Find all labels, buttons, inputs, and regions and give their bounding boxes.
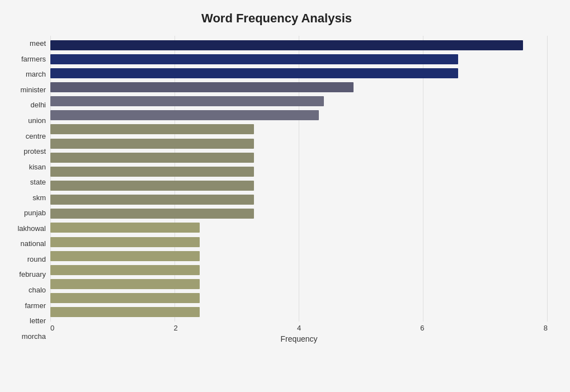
x-tick: 8 — [544, 324, 548, 332]
y-label: farmers — [21, 55, 46, 63]
bar-row — [50, 193, 548, 206]
bar-row — [50, 67, 548, 79]
bar — [50, 251, 200, 261]
y-label: skm — [32, 194, 46, 201]
bar — [50, 237, 200, 247]
bar — [50, 139, 254, 149]
chart-container: Word Frequency Analysis meetfarmersmarch… — [0, 0, 570, 392]
y-labels: meetfarmersmarchministerdelhiunioncentre… — [6, 36, 50, 344]
x-axis: 02468 Frequency — [50, 322, 548, 344]
bar — [50, 209, 254, 219]
x-tick: 0 — [50, 324, 54, 332]
bar — [50, 82, 354, 92]
y-label: national — [20, 240, 46, 247]
y-label: state — [30, 178, 46, 186]
y-label: morcha — [22, 333, 46, 340]
bar-row — [50, 250, 548, 262]
bar — [50, 307, 200, 317]
bar — [50, 265, 200, 275]
bars-and-xaxis: 02468 Frequency — [50, 36, 548, 344]
y-label: letter — [30, 317, 46, 324]
bars-grid — [50, 36, 548, 322]
bar-row — [50, 278, 548, 290]
y-label: february — [19, 271, 46, 278]
y-label: chalo — [29, 286, 46, 294]
y-label: delhi — [31, 101, 46, 108]
x-axis-label: Frequency — [50, 334, 548, 343]
y-label: lakhowal — [17, 225, 46, 232]
bar-row — [50, 166, 548, 178]
bar-row — [50, 152, 548, 164]
x-tick: 2 — [173, 324, 177, 332]
bar — [50, 96, 324, 106]
bar-row — [50, 81, 548, 93]
bar — [50, 181, 254, 191]
bar-row — [50, 39, 548, 51]
x-ticks: 02468 — [50, 322, 548, 332]
bar-row — [50, 123, 548, 135]
bar-row — [50, 292, 548, 304]
bar — [50, 68, 458, 78]
bar-row — [50, 180, 548, 192]
bar-row — [50, 264, 548, 276]
y-label: meet — [30, 40, 46, 47]
y-label: farmer — [25, 302, 46, 309]
bar — [50, 40, 523, 50]
bar — [50, 223, 200, 233]
y-label: minister — [20, 86, 46, 93]
y-label: protest — [23, 148, 46, 155]
y-label: union — [28, 117, 46, 124]
y-label: march — [26, 70, 46, 78]
bar — [50, 124, 254, 134]
chart-title: Word Frequency Analysis — [6, 11, 548, 26]
bar — [50, 167, 254, 177]
bar — [50, 110, 319, 120]
bar-row — [50, 221, 548, 234]
y-label: punjab — [24, 209, 46, 216]
bar-row — [50, 306, 548, 318]
y-label: centre — [26, 133, 46, 140]
x-tick: 6 — [420, 324, 424, 332]
bar — [50, 153, 254, 163]
bar-row — [50, 138, 548, 150]
chart-area: meetfarmersmarchministerdelhiunioncentre… — [6, 36, 548, 344]
bars-wrapper — [50, 36, 548, 322]
x-tick: 4 — [297, 324, 301, 332]
bar-row — [50, 109, 548, 121]
bar — [50, 195, 254, 205]
bar — [50, 279, 200, 289]
bar-row — [50, 53, 548, 65]
bar-row — [50, 236, 548, 248]
bar-row — [50, 207, 548, 220]
bar — [50, 54, 458, 64]
bar — [50, 293, 200, 303]
bar-row — [50, 95, 548, 107]
y-label: kisan — [29, 163, 46, 171]
y-label: round — [27, 256, 46, 263]
